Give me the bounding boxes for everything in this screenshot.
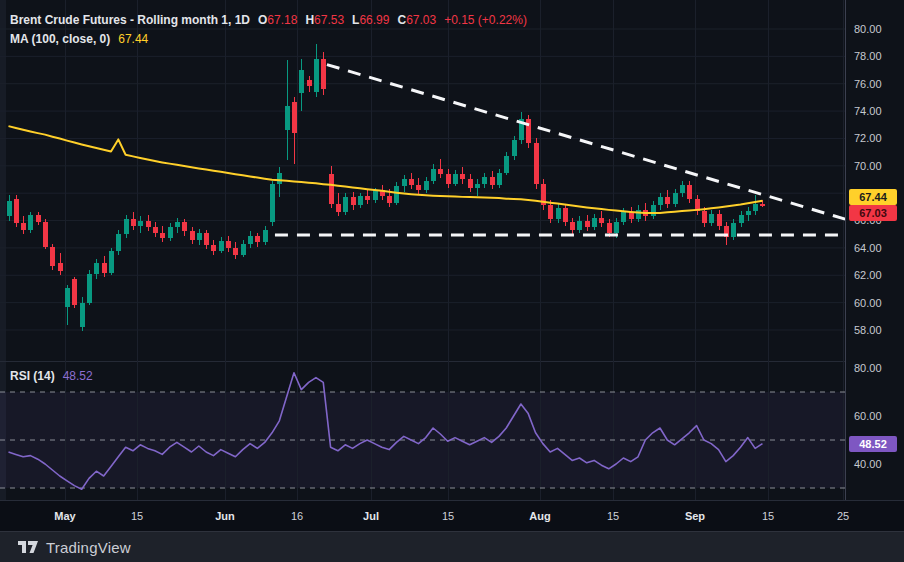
ohlc-open: O67.18	[258, 13, 297, 27]
time-axis-label: 15	[442, 510, 454, 522]
footer-bar: TradingView	[0, 531, 904, 562]
axis-label: 80.00	[854, 362, 882, 374]
rsi-value: 48.52	[63, 369, 93, 383]
change-value: +0.15 (+0.22%)	[444, 13, 527, 27]
time-axis-label: 15	[762, 510, 774, 522]
time-axis-label: 25	[837, 510, 849, 522]
time-axis-label: Jul	[363, 510, 379, 522]
axis-label: 70.00	[854, 160, 882, 172]
ma-value: 67.44	[118, 32, 148, 46]
ohlc-low: L66.99	[352, 13, 389, 27]
axis-label: 74.00	[854, 105, 882, 117]
rsi-legend[interactable]: RSI (14) 48.52	[10, 369, 93, 383]
axis-label: 78.00	[854, 50, 882, 62]
axis-label: 60.00	[854, 297, 882, 309]
rsi-value-badge: 48.52	[849, 436, 897, 452]
axis-label: 64.00	[854, 242, 882, 254]
time-axis-label: 16	[291, 510, 303, 522]
ma-legend[interactable]: MA (100, close, 0) 67.44	[10, 32, 148, 46]
symbol-title[interactable]: Brent Crude Futures - Rolling month 1, 1…	[10, 13, 250, 27]
time-axis-label: 15	[607, 510, 619, 522]
axis-label: 58.00	[854, 324, 882, 336]
last-price-badge: 67.03	[849, 205, 897, 221]
time-axis-label: 15	[131, 510, 143, 522]
ma-label: MA (100, close, 0)	[10, 32, 110, 46]
price-axis-column[interactable]: 80.0078.0076.0074.0072.0070.0066.0064.00…	[845, 0, 904, 531]
axis-label: 40.00	[854, 458, 882, 470]
price-pane[interactable]	[0, 0, 845, 361]
axis-label: 60.00	[854, 410, 882, 422]
axis-label: 72.00	[854, 132, 882, 144]
tradingview-logo-icon[interactable]	[17, 539, 39, 555]
time-axis-label: Sep	[685, 510, 705, 522]
axis-label: 62.00	[854, 269, 882, 281]
brand-text[interactable]: TradingView	[46, 539, 131, 556]
rsi-label: RSI (14)	[10, 369, 55, 383]
ohlc-close: C67.03	[397, 13, 436, 27]
rsi-pane[interactable]	[0, 362, 845, 500]
ma-price-badge: 67.44	[849, 189, 897, 205]
axis-label: 80.00	[854, 23, 882, 35]
time-axis-label: Jun	[215, 510, 235, 522]
chart-root: 80.0078.0076.0074.0072.0070.0066.0064.00…	[0, 0, 904, 562]
pane-separator[interactable]	[0, 361, 845, 362]
time-axis[interactable]: May15Jun16Jul15Aug15Sep1525	[0, 500, 904, 531]
time-axis-label: May	[54, 510, 75, 522]
ohlc-high: H67.53	[305, 13, 344, 27]
symbol-legend[interactable]: Brent Crude Futures - Rolling month 1, 1…	[10, 13, 527, 27]
axis-label: 76.00	[854, 78, 882, 90]
time-axis-label: Aug	[529, 510, 550, 522]
